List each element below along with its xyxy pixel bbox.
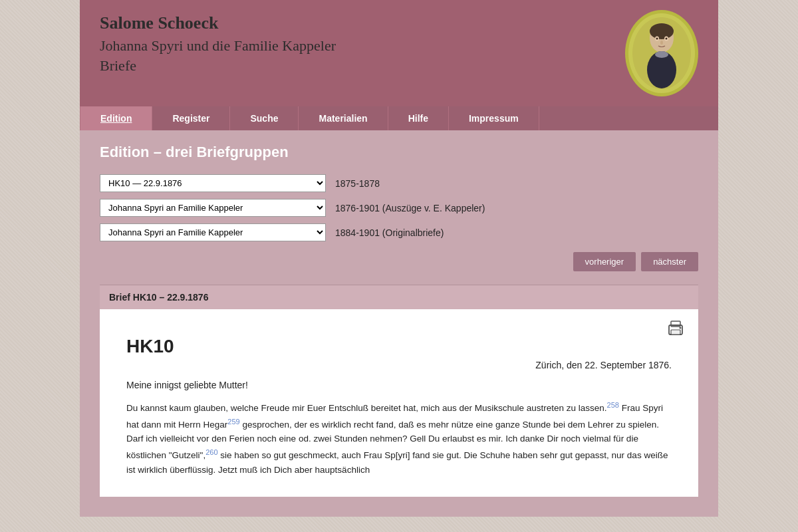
dropdown-1[interactable]: HK10 — 22.9.1876	[100, 174, 326, 192]
portrait-oval	[628, 13, 695, 93]
letter-header: Brief HK10 – 22.9.1876	[100, 285, 698, 309]
nav-materialien[interactable]: Materialien	[299, 106, 388, 130]
svg-point-8	[660, 41, 663, 45]
letter-body: HK10 Zürich, den 22. September 1876. Mei…	[100, 309, 698, 497]
nav-impressum[interactable]: Impressum	[449, 106, 539, 130]
dropdown-label-3: 1884-1901 (Originalbriefe)	[335, 227, 444, 238]
prev-button[interactable]: vorheriger	[573, 252, 636, 271]
main-content: Edition – drei Briefgruppen HK10 — 22.9.…	[80, 130, 718, 517]
dropdown-row-1: HK10 — 22.9.1876 1875-1878	[100, 174, 698, 192]
page-heading: Edition – drei Briefgruppen	[100, 144, 698, 161]
letter-salutation: Meine innigst geliebte Mutter!	[126, 380, 672, 390]
header: Salome Schoeck Johanna Spyri und die Fam…	[80, 0, 718, 106]
letter-section: Brief HK10 – 22.9.1876 HK10 Zürich, den …	[100, 285, 698, 497]
letter-text-1: Du kannst kaum glauben, welche Freude mi…	[126, 403, 668, 475]
site-title: Salome Schoeck	[100, 13, 698, 33]
print-icon[interactable]	[665, 319, 686, 342]
next-button[interactable]: nächster	[641, 252, 698, 271]
main-nav: Edition Register Suche Materialien Hilfe…	[80, 106, 718, 130]
dropdown-label-1: 1875-1878	[335, 178, 380, 189]
letter-id: HK10	[126, 336, 672, 357]
nav-edition[interactable]: Edition	[80, 106, 152, 130]
site-subtitle: Johanna Spyri und die Familie Kappeler	[100, 37, 698, 55]
nav-suche[interactable]: Suche	[230, 106, 299, 130]
nav-register[interactable]: Register	[152, 106, 230, 130]
nav-hilfe[interactable]: Hilfe	[388, 106, 449, 130]
svg-point-2	[650, 23, 674, 39]
svg-point-9	[655, 51, 668, 58]
dropdown-3[interactable]: Johanna Spyri an Familie Kappeler	[100, 223, 326, 241]
dropdown-row-2: Johanna Spyri an Familie Kappeler 1876-1…	[100, 199, 698, 217]
nav-buttons: vorheriger nächster	[100, 252, 698, 271]
letter-text: Du kannst kaum glauben, welche Freude mi…	[126, 398, 672, 477]
svg-point-13	[680, 327, 682, 329]
site-sub2: Briefe	[100, 57, 698, 74]
dropdown-label-2: 1876-1901 (Auszüge v. E. Kappeler)	[335, 203, 485, 213]
svg-rect-11	[671, 330, 680, 334]
footnote-260[interactable]: 260	[205, 448, 217, 456]
svg-point-7	[666, 38, 668, 40]
footnote-258[interactable]: 258	[607, 400, 619, 408]
svg-point-6	[656, 38, 658, 40]
dropdown-2[interactable]: Johanna Spyri an Familie Kappeler	[100, 199, 326, 217]
letter-date: Zürich, den 22. September 1876.	[126, 360, 672, 370]
portrait-image	[632, 17, 692, 90]
portrait	[625, 10, 698, 96]
dropdown-row-3: Johanna Spyri an Familie Kappeler 1884-1…	[100, 223, 698, 241]
footnote-259[interactable]: 259	[227, 417, 239, 425]
